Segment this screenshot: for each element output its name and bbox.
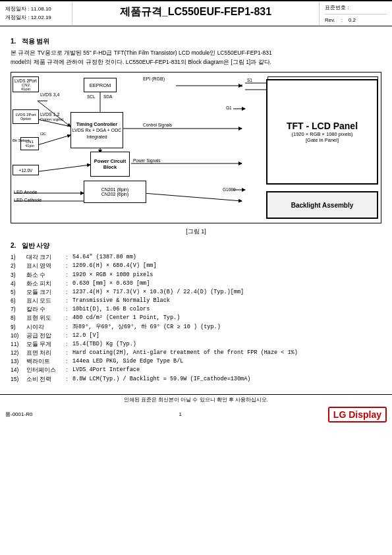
- spec-colon: :: [66, 323, 72, 332]
- spec-num: 4): [11, 279, 26, 288]
- spec-label: 인터페이스: [26, 366, 66, 374]
- header-form: 표준번호 : Rev. : 0.2: [320, 1, 392, 26]
- rev-info: Rev. : 0.2: [325, 17, 387, 23]
- spec-label: 표시 영역: [26, 262, 66, 270]
- rev-value: 0.2: [349, 17, 356, 23]
- spec-value: 1237.4(H) × 717.3(V) × 10.3(B) / 22.4(D)…: [72, 288, 381, 297]
- spec-label: 표현 위도: [26, 314, 66, 322]
- timing-ctrl-box: Timing Controller LVDS Rx + DGA + ODC In…: [70, 112, 123, 148]
- specs-list: 1) 대각 크기 : 54.64" (1387.80 mm) 2) 표시 영역 …: [11, 253, 381, 384]
- lg-display-logo: LG Display: [328, 407, 387, 423]
- spec-item: 12) 표면 처리 : Hard coating(2H), Anti-glare…: [11, 349, 381, 357]
- spec-colon: :: [66, 357, 72, 366]
- backlight-assembly-box: Backlight Assembly: [266, 191, 378, 219]
- led-cathode-label: LED Cathode: [14, 198, 42, 202]
- power-signals-label: Power Signals: [133, 158, 161, 163]
- tft-lcd-panel: TFT - LCD Panel (1920 × RGB × 1080 pixel…: [266, 79, 378, 185]
- spec-colon: :: [66, 314, 72, 322]
- spec-colon: :: [66, 305, 72, 314]
- block-diagram: LVDS 2Port CN2 41pin LVDS 3,4 LVDS 2Port…: [11, 72, 381, 223]
- spec-colon: :: [66, 366, 72, 374]
- spec-num: 8): [11, 314, 26, 322]
- spec-label: 모듈 무게: [26, 340, 66, 349]
- spec-label: 모듈 크기: [26, 288, 66, 297]
- bit-select-label: Bit Select: [13, 138, 29, 142]
- spec-value: 12.0 [V]: [72, 332, 381, 340]
- spec-item: 9) 시야각 : 좌89°, 우69°, 상69°, 하 69° (CR ≥ 1…: [11, 323, 381, 332]
- footer-notice: 인쇄된 표준은 최신본이 아닐 수 있으니 확인 후 사용하십시오.: [0, 394, 392, 405]
- spec-item: 7) 칼라 수 : 10bit(D), 1.06 B colors: [11, 305, 381, 314]
- revision-date: 제정일자 : 11.08.10: [5, 5, 67, 13]
- svg-line-17: [38, 135, 70, 145]
- spec-item: 1) 대각 크기 : 54.64" (1387.80 mm): [11, 253, 381, 262]
- section1-desc: 본 규격은 TV용으로 개발된 55" F-HD급 TFT(Thin Film …: [11, 49, 381, 67]
- document-title: 제품규격_LC550EUF-FEP1-831: [76, 5, 315, 19]
- page: 제정일자 : 11.08.10 개정일자 : 12.02.19 제품규격_LC5…: [0, 0, 392, 555]
- spec-num: 2): [11, 262, 26, 270]
- spec-num: 14): [11, 366, 26, 374]
- spec-num: 6): [11, 297, 26, 305]
- lvds34-label: LVDS 3,4: [40, 92, 59, 97]
- spec-item: 3) 화소 수 : 1920 × RGB × 1080 pixels: [11, 271, 381, 279]
- spec-colon: :: [66, 279, 72, 288]
- spec-item: 11) 모듈 무게 : 15.4(TBD) Kg (Typ.): [11, 340, 381, 349]
- spec-value: 8.8W LCM(Typ.) / Backlight = 59.9W (IF_c…: [72, 375, 381, 384]
- led-anode-label: LED Anode: [14, 190, 37, 194]
- scl-label: SCL: [87, 94, 96, 99]
- spec-num: 15): [11, 375, 26, 384]
- eeprom-box: EEPROM: [84, 78, 117, 92]
- cn201-cn202-box: CN201 (8pin) CN202 (6pin): [84, 181, 146, 203]
- spec-value: 10bit(D), 1.06 B colors: [72, 305, 381, 314]
- spec-label: 대각 크기: [26, 253, 66, 262]
- spec-item: 2) 표시 영역 : 1209.6(H) × 680.4(V) [mm]: [11, 262, 381, 270]
- spec-value: Hard coating(2H), Anti-glare treatment o…: [72, 349, 381, 357]
- spec-value: 좌89°, 우69°, 상69°, 하 69° (CR ≥ 10 ) (typ.…: [72, 323, 381, 332]
- sda-label: SDA: [103, 94, 112, 99]
- section2-title: 2. 일반 사양: [11, 241, 381, 250]
- spec-item: 15) 소비 전력 : 8.8W LCM(Typ.) / Backlight =…: [11, 375, 381, 384]
- header-dates: 제정일자 : 11.08.10 개정일자 : 12.02.19: [0, 1, 72, 26]
- spec-item: 5) 모듈 크기 : 1237.4(H) × 717.3(V) × 10.3(B…: [11, 288, 381, 297]
- spec-colon: :: [66, 332, 72, 340]
- spec-colon: :: [66, 288, 72, 297]
- spec-colon: :: [66, 262, 72, 270]
- form-code: 품-0001-R0: [5, 411, 32, 418]
- spec-num: 1): [11, 253, 26, 262]
- lvds12-label: LVDS 1,2: [40, 112, 59, 117]
- spec-label: 칼라 수: [26, 305, 66, 314]
- page-number: 1: [179, 411, 181, 417]
- diagram-caption: [그림 1]: [11, 227, 381, 236]
- spec-label: 화소 피치: [26, 279, 66, 288]
- option-signal-label: Option signal: [40, 117, 63, 121]
- spec-value: 15.4(TBD) Kg (Typ.): [72, 340, 381, 349]
- power-circuit-box: Power Circuit Block: [90, 152, 130, 177]
- spec-colon: :: [66, 375, 72, 384]
- control-signals-label: Control Signals: [143, 123, 172, 127]
- spec-item: 14) 인터페이스 : LVDS 4Port Interface: [11, 366, 381, 374]
- v12-box: +12.0V: [13, 165, 39, 175]
- main-content: 1. 적용 범위 본 규격은 TV용으로 개발된 55" F-HD급 TFT(T…: [0, 26, 392, 389]
- revision-date2: 개정일자 : 12.02.19: [5, 14, 67, 21]
- svg-line-11: [143, 193, 242, 201]
- header: 제정일자 : 11.08.10 개정일자 : 12.02.19 제품규격_LC5…: [0, 0, 392, 26]
- spec-label: 소비 전력: [26, 375, 66, 384]
- header-title-area: 제품규격_LC550EUF-FEP1-831: [72, 1, 320, 26]
- spec-num: 13): [11, 357, 26, 366]
- rev-label: Rev.: [325, 17, 335, 23]
- spec-value: 1209.6(H) × 680.4(V) [mm]: [72, 262, 381, 270]
- spec-label: 백라이트: [26, 357, 66, 366]
- spec-colon: :: [66, 340, 72, 349]
- g1080-label: G1080: [223, 187, 236, 192]
- spec-num: 7): [11, 305, 26, 314]
- spec-value: 1920 × RGB × 1080 pixels: [72, 271, 381, 279]
- spec-item: 6) 표시 모드 : Transmissive & Normally Black: [11, 297, 381, 305]
- spec-item: 4) 화소 피치 : 0.630 [mm] × 0.630 [mm]: [11, 279, 381, 288]
- spec-colon: :: [66, 297, 72, 305]
- spec-value: Transmissive & Normally Black: [72, 297, 381, 305]
- epi-rgb-label: EPI (RGB): [143, 76, 165, 81]
- g1-label: G1: [226, 105, 232, 110]
- section1-title: 1. 적용 범위: [11, 37, 381, 46]
- spec-colon: :: [66, 349, 72, 357]
- spec-value: 144ea LED PKG, Side Edge Type B/L: [72, 357, 381, 366]
- lvds-2port-select-box: LVDS 2Port Option: [13, 109, 39, 124]
